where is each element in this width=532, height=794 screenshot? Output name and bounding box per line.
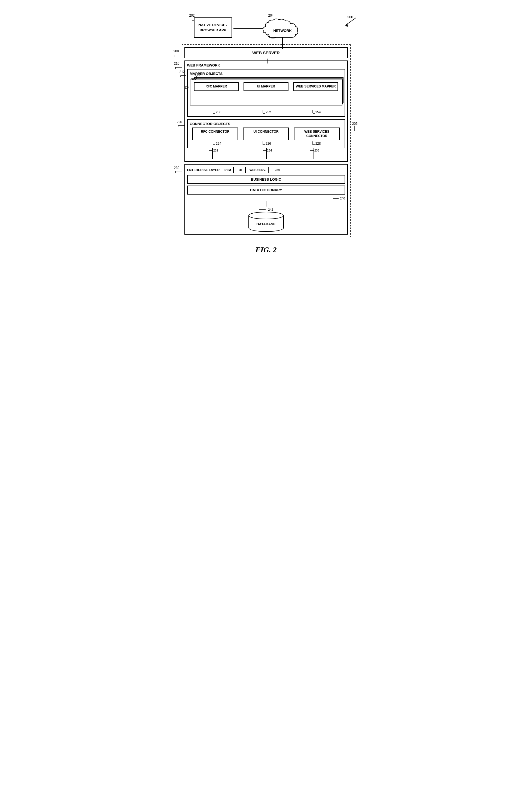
connector-objects-title: CONNECTOR OBJECTS <box>190 122 342 126</box>
mapper-boxes-row: RFC MAPPER UI MAPPER WEB SERVICES MAPPER <box>191 82 341 91</box>
database-container: 242 DATABASE <box>187 208 345 232</box>
business-logic-box: BUSINESS LOGIC <box>187 175 345 184</box>
ref-224: 224 <box>216 142 221 146</box>
ref-228: 228 <box>316 142 321 146</box>
ref-238: 238 <box>274 168 280 172</box>
ref-202: 202 <box>189 14 195 17</box>
mapper-refs-row: 250 252 254 <box>190 110 342 114</box>
web-server-box: WEB SERVER <box>185 47 348 58</box>
web-serv-box: WEB SERV. <box>247 167 269 173</box>
ref-232: 232 <box>213 149 218 152</box>
ref-236: 236 <box>315 149 319 152</box>
ref-208: 208 <box>173 49 179 53</box>
db-top <box>248 212 284 219</box>
ui-box: UI <box>235 167 246 173</box>
rfc-mapper-box: RFC MAPPER <box>194 82 239 91</box>
ref-234: 234 <box>267 149 272 152</box>
enterprise-small-boxes: RFM UI WEB SERV. 238 <box>222 167 280 173</box>
ref-240: 240 <box>340 197 345 200</box>
connector-boxes-row: RFC CONNECTOR UI CONNECTOR WEB SERVICES … <box>190 128 342 140</box>
ref-250: 250 <box>216 110 221 114</box>
rfm-box: RFM <box>222 167 234 173</box>
v-connector-dd-db <box>266 201 266 207</box>
web-services-connector-box: WEB SERVICES CONNECTOR <box>294 128 340 140</box>
rfc-connector-box: RFC CONNECTOR <box>192 128 238 140</box>
ui-mapper-box: UI MAPPER <box>244 82 288 91</box>
ref-218: 218 <box>195 73 200 76</box>
web-services-mapper-box: WEB SERVICES MAPPER <box>293 82 338 91</box>
enterprise-top-row: ENTERPRISE LAYER RFM UI WEB SERV. <box>187 167 345 173</box>
ref-252: 252 <box>266 110 271 114</box>
figure-caption: FIG. 2 <box>182 246 350 254</box>
ref-254: 254 <box>316 110 321 114</box>
ref-230: 230 <box>174 166 179 170</box>
mapper-objects-title: MAPPER OBJECTS <box>190 72 342 76</box>
svg-text:NETWORK: NETWORK <box>273 29 292 33</box>
network-cloud: NETWORK <box>263 17 302 41</box>
ref-212: 212 <box>179 70 185 74</box>
connector-refs-row: 224 226 228 <box>190 141 342 146</box>
ref-210: 210 <box>174 61 179 65</box>
ref-226: 226 <box>266 142 271 146</box>
data-dictionary-box: DATA DICTIONARY <box>187 186 345 194</box>
ref-242: 242 <box>268 208 273 211</box>
ref-220: 220 <box>177 120 182 124</box>
ui-connector-box: UI CONNECTOR <box>243 128 289 140</box>
ref-214: 214 <box>185 86 190 89</box>
enterprise-layer-label: ENTERPRISE LAYER <box>187 167 220 173</box>
web-framework-title: WEB FRAMEWORK <box>187 63 345 67</box>
native-device-box: NATIVE DEVICE / BROWSER APP <box>194 17 232 38</box>
ref-206: 206 <box>352 122 357 126</box>
db-cylinder: DATABASE <box>248 212 284 232</box>
